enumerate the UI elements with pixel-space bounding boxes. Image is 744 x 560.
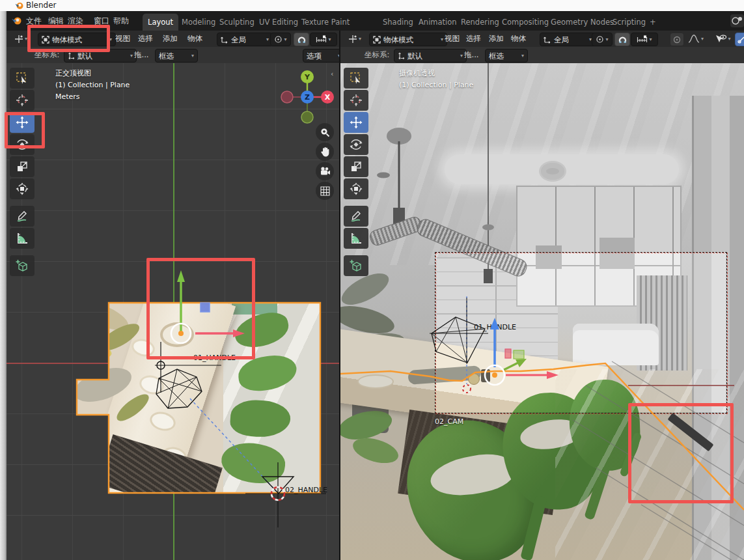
annotate-tool[interactable] [344,206,368,227]
gizmo-x-plane-handle[interactable] [505,349,511,358]
right-3d-viewport[interactable]: 01_HANDLE 02_CAM 摄像机透视 (1) Collection | … [340,63,744,560]
annotate-tool-icon [350,210,363,223]
rotate-tool[interactable] [344,134,368,155]
annotate-tool[interactable] [10,206,34,227]
object-mode-icon [42,36,49,44]
proportional-edit-toggle[interactable] [670,33,684,46]
right-tool-settings-bar: 坐标系: 默认 ▾ 拖... 框选 ▾ [340,47,744,64]
scene-selector-icon[interactable] [730,14,744,27]
menu-view[interactable]: 视图 [115,31,130,47]
show-overlays-toggle[interactable] [735,33,744,46]
move-tool[interactable] [10,112,34,133]
menu-add[interactable]: 添加 [163,31,178,47]
menu-view[interactable]: 视图 [445,31,460,47]
sidebar-collapse-arrow[interactable]: ‹ [331,70,333,78]
viewport-splitter[interactable] [339,31,340,560]
tab-texture-paint[interactable]: Texture Paint [296,14,355,31]
annotate-tool-icon [16,210,29,223]
blender-logo-icon [15,1,23,10]
transform-tool[interactable] [344,178,368,199]
move-gizmo[interactable] [461,307,565,399]
scale-tool[interactable] [10,156,34,177]
move-tool-icon [350,116,363,129]
transform-orientation-dropdown[interactable]: 全局 ▾ [217,33,273,46]
cursor-tool[interactable] [344,90,368,111]
gizmo-y-plane-handle[interactable] [514,350,524,359]
coordinate-system-dropdown[interactable]: 默认 ▾ [64,49,137,63]
tab-layout[interactable]: Layout [143,14,178,31]
snap-toggle-button[interactable] [614,33,630,46]
blender-logo-icon[interactable] [12,16,22,25]
tab-shading[interactable]: Shading [378,14,419,31]
coordinate-system-dropdown[interactable]: 默认 ▾ [394,49,467,63]
toolbar-separator [344,250,370,254]
menu-file[interactable]: 文件 [26,11,42,31]
snap-with-dropdown[interactable]: ▾ [631,33,658,46]
grid-toggle-button[interactable] [316,182,334,200]
options-dropdown[interactable]: 选项 ▾ [303,49,344,63]
snap-increment-icon [316,35,327,44]
gizmo-y-arrow[interactable] [177,270,185,282]
pivot-point-dropdown[interactable]: ▾ [270,33,291,46]
pan-button[interactable] [316,143,334,161]
drag-label[interactable]: 拖... [134,47,148,63]
tab-sculpting[interactable]: Sculpting [214,14,260,31]
select-box-tool-icon [350,72,363,85]
show-gizmo-dropdown[interactable]: ▾ [711,33,735,45]
menu-render[interactable]: 渲染 [68,11,83,31]
left-3d-viewport[interactable]: 01_HANDLE 02_HANDLE 正交顶视图 (1) Collection… [7,63,339,560]
transform-orientation-dropdown[interactable]: 全局 ▾ [540,33,596,46]
orientation-axes-icon [221,36,228,44]
menu-select[interactable]: 选择 [466,31,481,47]
select-box-tool[interactable] [344,68,368,89]
axis-neg-y-ball[interactable] [301,111,313,123]
add-cube-tool[interactable] [344,255,368,276]
snap-with-dropdown[interactable]: ▾ [310,33,337,46]
zoom-button[interactable] [316,123,334,141]
rotate-tool[interactable] [10,134,34,155]
editor-type-button[interactable]: ▾ [10,33,31,45]
menu-object[interactable]: 物体 [511,31,526,47]
snap-magnet-icon [297,35,306,44]
add-workspace-button[interactable]: + [644,14,661,31]
gizmo-z-arrow[interactable] [490,318,499,329]
mode-selector-dropdown[interactable]: 物体模式 ▾ [38,33,116,46]
gizmo-z-plane-handle[interactable] [200,303,210,312]
measure-tool[interactable] [344,228,368,249]
view-name-overlay: 正交顶视图 [55,68,91,79]
rotate-tool-icon [350,138,363,151]
camera-view-button[interactable] [316,162,334,180]
select-mode-dropdown[interactable]: 框选 ▾ [485,49,528,63]
transform-tool[interactable] [10,178,34,199]
menu-select[interactable]: 选择 [138,31,153,47]
menu-window[interactable]: 窗口 [94,11,109,31]
snap-toggle-button[interactable] [294,33,309,46]
menu-add[interactable]: 添加 [489,31,504,47]
mode-selector-label: 物体模式 [383,34,413,46]
tab-animation[interactable]: Animation [413,14,462,31]
add-cube-tool[interactable] [10,255,34,276]
window-edge-strip [0,11,7,560]
move-tool[interactable] [344,112,368,133]
scale-tool-icon [350,160,363,173]
scale-tool[interactable] [344,156,368,177]
menu-edit[interactable]: 编辑 [48,11,64,31]
measure-tool[interactable] [10,228,34,249]
menu-object[interactable]: 物体 [187,31,202,47]
editor-type-button[interactable]: ▾ [344,33,365,45]
pivot-icon [596,35,604,44]
select-box-tool[interactable] [10,68,34,89]
cursor-tool[interactable] [10,90,34,111]
drag-label[interactable]: 拖... [464,47,478,63]
axis-neg-x-ball[interactable] [281,91,293,103]
empty-02-handle-wireframe[interactable] [238,457,335,535]
gizmo-x-arrow[interactable] [547,371,558,379]
mode-selector-dropdown[interactable]: 物体模式 ▾ [369,33,447,46]
gizmo-x-arrow[interactable] [233,329,245,337]
proportional-falloff-dropdown[interactable]: ▾ [683,33,708,45]
select-mode-dropdown[interactable]: 框选 ▾ [155,49,198,63]
menu-help[interactable]: 帮助 [113,11,129,31]
pivot-point-dropdown[interactable]: ▾ [592,33,613,46]
move-gizmo[interactable] [148,265,259,350]
navigation-axis-gizmo[interactable]: Y X Z [280,70,335,124]
